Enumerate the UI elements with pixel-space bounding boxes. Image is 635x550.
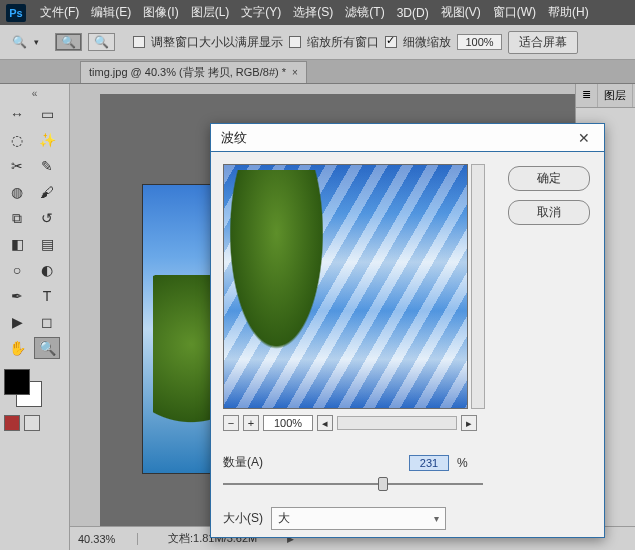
amount-percent-label: % xyxy=(457,456,468,470)
menu-3d[interactable]: 3D(D) xyxy=(391,6,435,20)
zoom-in-button[interactable]: 🔍 xyxy=(55,33,82,51)
dialog-title-label: 波纹 xyxy=(221,129,247,147)
zoom-tool-active-icon[interactable]: 🔍 xyxy=(34,337,60,359)
menu-select[interactable]: 选择(S) xyxy=(287,4,339,21)
preview-zoom-out-button[interactable]: − xyxy=(223,415,239,431)
dock-icon-tab[interactable]: ≣ xyxy=(576,84,598,107)
history-brush-icon[interactable]: ↺ xyxy=(34,207,60,229)
status-zoom[interactable]: 40.33% xyxy=(78,533,138,545)
menu-filter[interactable]: 滤镜(T) xyxy=(339,4,390,21)
stamp-tool-icon[interactable]: ⧉ xyxy=(4,207,30,229)
toolbox-collapse-icon[interactable]: « xyxy=(4,88,65,99)
size-dropdown[interactable]: 大 ▾ xyxy=(271,507,446,530)
eraser-tool-icon[interactable]: ◧ xyxy=(4,233,30,255)
filter-preview[interactable] xyxy=(223,164,468,409)
crop-tool-icon[interactable]: ✂ xyxy=(4,155,30,177)
scrubby-zoom-checkbox[interactable] xyxy=(385,36,397,48)
amount-label: 数量(A) xyxy=(223,454,263,471)
marquee-tool-icon[interactable]: ▭ xyxy=(34,103,60,125)
menu-view[interactable]: 视图(V) xyxy=(435,4,487,21)
menu-window[interactable]: 窗口(W) xyxy=(487,4,542,21)
app-logo: Ps xyxy=(6,4,26,22)
move-tool-icon[interactable]: ↔ xyxy=(4,103,30,125)
healing-tool-icon[interactable]: ◍ xyxy=(4,181,30,203)
type-tool-icon[interactable]: T xyxy=(34,285,60,307)
dodge-tool-icon[interactable]: ◐ xyxy=(34,259,60,281)
size-label: 大小(S) xyxy=(223,510,263,527)
amount-slider[interactable] xyxy=(223,477,483,491)
dialog-titlebar[interactable]: 波纹 ✕ xyxy=(211,124,604,152)
chevron-down-icon: ▾ xyxy=(434,513,439,524)
close-icon[interactable]: × xyxy=(292,67,298,78)
menu-image[interactable]: 图像(I) xyxy=(137,4,184,21)
shape-tool-icon[interactable]: ◻ xyxy=(34,311,60,333)
scrubby-zoom-label: 细微缩放 xyxy=(403,34,451,51)
lasso-tool-icon[interactable]: ◌ xyxy=(4,129,30,151)
slider-thumb[interactable] xyxy=(378,477,388,491)
zoom-out-button[interactable]: 🔍 xyxy=(88,33,115,51)
menubar: Ps 文件(F) 编辑(E) 图像(I) 图层(L) 文字(Y) 选择(S) 滤… xyxy=(0,0,635,25)
brush-tool-icon[interactable]: 🖌 xyxy=(34,181,60,203)
gradient-tool-icon[interactable]: ▤ xyxy=(34,233,60,255)
ok-button[interactable]: 确定 xyxy=(508,166,590,191)
eyedropper-tool-icon[interactable]: ✎ xyxy=(34,155,60,177)
wand-tool-icon[interactable]: ✨ xyxy=(34,129,60,151)
all-windows-label: 缩放所有窗口 xyxy=(307,34,379,51)
color-swatches[interactable] xyxy=(4,369,44,409)
hscroll-left-button[interactable]: ◂ xyxy=(317,415,333,431)
size-dropdown-value: 大 xyxy=(278,510,290,527)
hscroll-right-button[interactable]: ▸ xyxy=(461,415,477,431)
all-windows-checkbox[interactable] xyxy=(289,36,301,48)
path-select-icon[interactable]: ▶ xyxy=(4,311,30,333)
preview-hscrollbar[interactable] xyxy=(337,416,457,430)
menu-file[interactable]: 文件(F) xyxy=(34,4,85,21)
fit-screen-button[interactable]: 适合屏幕 xyxy=(508,31,578,54)
ripple-dialog: 波纹 ✕ 确定 取消 − + 100% ◂ ▸ 数量(A) 231 % xyxy=(210,123,605,538)
toolbox: « ↔ ▭ ◌ ✨ ✂ ✎ ◍ 🖌 ⧉ ↺ ◧ ▤ ○ ◐ ✒ T ▶ ◻ ✋ … xyxy=(0,84,70,550)
preview-zoom-input[interactable]: 100% xyxy=(263,415,313,431)
preview-vscrollbar[interactable] xyxy=(471,164,485,409)
zoom-percent-input[interactable]: 100% xyxy=(457,34,502,50)
menu-layer[interactable]: 图层(L) xyxy=(185,4,236,21)
blur-tool-icon[interactable]: ○ xyxy=(4,259,30,281)
chevron-down-icon: ▾ xyxy=(34,37,39,47)
menu-edit[interactable]: 编辑(E) xyxy=(85,4,137,21)
pen-tool-icon[interactable]: ✒ xyxy=(4,285,30,307)
amount-input[interactable]: 231 xyxy=(409,455,449,471)
dialog-close-button[interactable]: ✕ xyxy=(574,130,594,146)
fit-window-checkbox[interactable] xyxy=(133,36,145,48)
document-tab-label: timg.jpg @ 40.3% (背景 拷贝, RGB/8#) * xyxy=(89,65,286,80)
menu-type[interactable]: 文字(Y) xyxy=(235,4,287,21)
hand-tool-icon[interactable]: ✋ xyxy=(4,337,30,359)
document-tab-bar: timg.jpg @ 40.3% (背景 拷贝, RGB/8#) * × xyxy=(0,60,635,84)
screenmode-icon[interactable] xyxy=(24,415,40,431)
fit-window-label: 调整窗口大小以满屏显示 xyxy=(151,34,283,51)
cancel-button[interactable]: 取消 xyxy=(508,200,590,225)
quickmask-icon[interactable] xyxy=(4,415,20,431)
foreground-color-swatch[interactable] xyxy=(4,369,30,395)
layers-panel-tab[interactable]: 图层 xyxy=(598,84,633,107)
options-bar: 🔍▾ 🔍 🔍 调整窗口大小以满屏显示 缩放所有窗口 细微缩放 100% 适合屏幕 xyxy=(0,25,635,60)
menu-help[interactable]: 帮助(H) xyxy=(542,4,595,21)
preview-zoom-in-button[interactable]: + xyxy=(243,415,259,431)
document-tab[interactable]: timg.jpg @ 40.3% (背景 拷贝, RGB/8#) * × xyxy=(80,61,307,83)
zoom-tool-icon: 🔍 xyxy=(10,33,28,51)
